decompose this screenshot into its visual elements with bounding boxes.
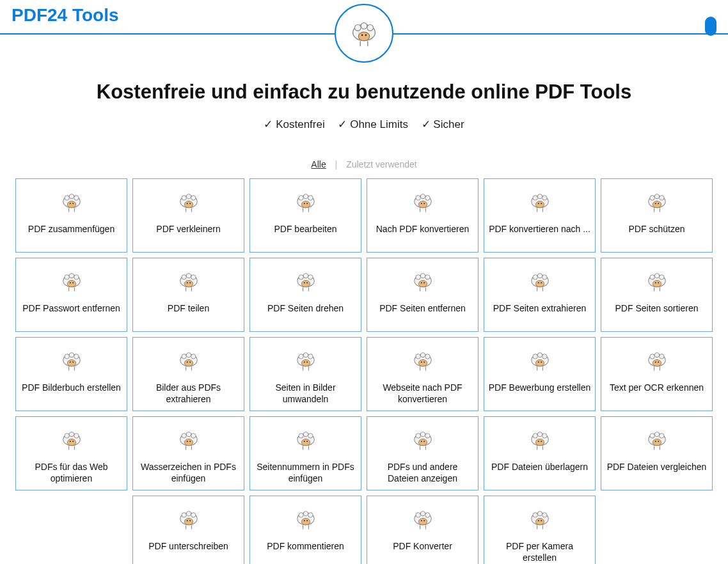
tool-icon	[640, 265, 674, 298]
tool-label: PDF bearbeiten	[274, 224, 336, 235]
hero: Kostenfreie und einfach zu benutzende on…	[0, 81, 728, 131]
tool-label: PDF verkleinern	[156, 224, 220, 235]
tool-tile[interactable]: PDF Seiten sortieren	[601, 258, 713, 332]
filter-separator: |	[335, 159, 338, 169]
filter-bar: Alle | Zuletzt verwendet	[0, 159, 728, 169]
tool-icon	[54, 265, 89, 298]
tool-label: PDF Passwort entfernen	[22, 303, 120, 315]
tool-tile[interactable]: PDF konvertieren nach ...	[484, 178, 596, 253]
tool-label: PDF Seiten entfernen	[379, 303, 466, 315]
tool-icon	[289, 423, 323, 457]
tool-label: PDF per Kamera erstellen	[488, 541, 591, 563]
tool-icon	[406, 503, 440, 536]
tool-icon	[523, 423, 557, 457]
tool-label: Seitennummern in PDFs einfügen	[254, 462, 357, 484]
tool-tile[interactable]: PDFs für das Web optimieren	[15, 416, 127, 490]
tool-tile[interactable]: PDF teilen	[132, 258, 244, 332]
tool-label: PDF Seiten sortieren	[615, 303, 699, 315]
tool-icon	[289, 265, 323, 298]
tool-label: Webseite nach PDF konvertieren	[371, 382, 474, 405]
tool-label: PDFs für das Web optimieren	[20, 462, 123, 484]
tool-icon	[640, 423, 674, 457]
tool-tile[interactable]: PDF Seiten extrahieren	[484, 258, 596, 332]
tool-tile[interactable]: PDF bearbeiten	[249, 178, 361, 253]
tool-tile[interactable]: PDF Bilderbuch erstellen	[15, 337, 127, 411]
tool-icon	[523, 344, 557, 377]
tool-label: PDF Seiten extrahieren	[493, 303, 587, 315]
tool-tile[interactable]: PDF unterschreiben	[132, 496, 244, 564]
tool-icon	[54, 185, 89, 219]
filter-recent[interactable]: Zuletzt verwendet	[346, 159, 417, 169]
tool-tile[interactable]: Seiten in Bilder umwandeln	[249, 337, 361, 411]
tool-label: PDF Konverter	[393, 541, 452, 552]
tool-icon	[54, 423, 89, 457]
tool-icon	[171, 503, 206, 536]
sheep-logo-circle	[335, 4, 393, 63]
tool-label: PDF Dateien überlagern	[491, 462, 588, 473]
tool-tile[interactable]: PDF Seiten drehen	[249, 258, 361, 332]
tool-tile[interactable]: Nach PDF konvertieren	[367, 178, 479, 253]
filter-all[interactable]: Alle	[311, 159, 326, 169]
tool-icon	[406, 344, 440, 377]
feature-item: Kostenfrei	[264, 118, 324, 130]
tool-tile[interactable]: Text per OCR erkennen	[601, 337, 713, 411]
tool-tile[interactable]: PDF Konverter	[367, 496, 479, 564]
language-toggle[interactable]	[705, 17, 716, 36]
tool-icon	[523, 185, 557, 219]
tool-tile[interactable]: PDF Bewerbung erstellen	[484, 337, 596, 411]
tool-label: PDF Seiten drehen	[267, 303, 344, 315]
tool-icon	[289, 503, 323, 536]
tool-icon	[289, 344, 323, 377]
tool-label: PDF Dateien vergleichen	[607, 462, 707, 473]
tool-tile[interactable]: PDFs und andere Dateien anzeigen	[367, 416, 479, 490]
feature-list: Kostenfrei Ohne Limits Sicher	[26, 118, 702, 131]
tool-label: PDF kommentieren	[267, 541, 344, 552]
sheep-icon	[345, 17, 383, 49]
tool-icon	[640, 344, 674, 377]
tool-tile[interactable]: Bilder aus PDFs extrahieren	[132, 337, 244, 411]
tool-label: PDF Bewerbung erstellen	[489, 382, 591, 394]
tool-tile[interactable]: PDF per Kamera erstellen	[484, 496, 596, 564]
tool-icon	[523, 503, 557, 536]
feature-item: Ohne Limits	[338, 118, 408, 130]
tool-tile[interactable]: PDF verkleinern	[132, 178, 244, 253]
header: PDF24 Tools	[0, 0, 728, 36]
tool-label: Text per OCR erkennen	[610, 382, 704, 394]
tool-icon	[406, 423, 440, 457]
tool-label: PDF konvertieren nach ...	[489, 224, 590, 235]
tool-icon	[171, 265, 206, 298]
tool-label: Bilder aus PDFs extrahieren	[137, 382, 240, 405]
tool-label: Seiten in Bilder umwandeln	[254, 382, 357, 405]
tool-tile[interactable]: PDF kommentieren	[249, 496, 361, 564]
page-title: Kostenfreie und einfach zu benutzende on…	[26, 81, 702, 104]
tool-icon	[171, 185, 206, 219]
tool-label: Nach PDF konvertieren	[376, 224, 470, 235]
tool-icon	[406, 185, 440, 219]
tool-tile[interactable]: PDF Passwort entfernen	[15, 258, 127, 332]
tool-label: PDFs und andere Dateien anzeigen	[371, 462, 474, 484]
tool-label: PDF unterschreiben	[148, 541, 228, 552]
tool-tile[interactable]: PDF Dateien überlagern	[484, 416, 596, 490]
tool-tile[interactable]: PDF zusammenfügen	[15, 178, 127, 253]
tool-grid-last-row: PDF unterschreiben PDF kommentieren PDF …	[15, 496, 713, 564]
tool-icon	[640, 185, 674, 219]
tool-label: PDF Bilderbuch erstellen	[22, 382, 121, 394]
tool-tile[interactable]: Seitennummern in PDFs einfügen	[249, 416, 361, 490]
tool-icon	[289, 185, 323, 219]
tool-icon	[171, 344, 206, 377]
tool-tile[interactable]: PDF Seiten entfernen	[367, 258, 479, 332]
tool-tile[interactable]: PDF schützen	[601, 178, 713, 253]
tool-icon	[171, 423, 206, 457]
tool-label: PDF teilen	[168, 303, 209, 315]
tool-label: PDF schützen	[629, 224, 685, 235]
tool-label: PDF zusammenfügen	[28, 224, 115, 235]
tool-label: Wasserzeichen in PDFs einfügen	[137, 462, 240, 484]
tool-icon	[406, 265, 440, 298]
tool-tile[interactable]: Webseite nach PDF konvertieren	[367, 337, 479, 411]
tool-icon	[54, 344, 89, 377]
tool-tile[interactable]: Wasserzeichen in PDFs einfügen	[132, 416, 244, 490]
feature-item: Sicher	[422, 118, 464, 130]
tool-tile[interactable]: PDF Dateien vergleichen	[601, 416, 713, 490]
tool-icon	[523, 265, 557, 298]
tool-grid: PDF zusammenfügen PDF verkleinern PDF be…	[0, 169, 728, 564]
